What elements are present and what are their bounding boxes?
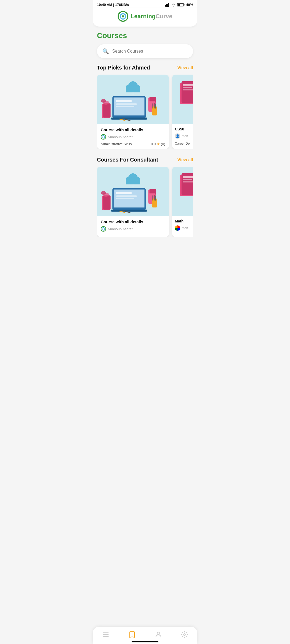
card-title-1: Course with all details — [101, 127, 165, 132]
svg-rect-56 — [103, 195, 111, 210]
peek-illustration-2 — [172, 167, 193, 216]
svg-rect-30 — [155, 104, 156, 108]
peek-illustration-1 — [172, 75, 193, 124]
svg-rect-13 — [111, 118, 147, 120]
search-input[interactable] — [112, 49, 188, 54]
card-image-1 — [97, 75, 169, 124]
author-logo-2 — [101, 226, 106, 232]
card-category-1: Administrative Skills — [101, 142, 132, 146]
svg-point-68 — [101, 226, 106, 231]
author-name-peek-1: moh — [182, 134, 188, 138]
card-rating-1: 0.0 ★ (0) — [151, 142, 165, 146]
course-card-peek-2[interactable]: Math moh — [172, 167, 193, 237]
svg-rect-62 — [154, 195, 155, 200]
logo: LearningCurve — [118, 11, 172, 22]
app-header: LearningCurve — [93, 8, 197, 27]
course-card-2[interactable]: Course with all details Abanoub Ashraf — [97, 167, 169, 237]
svg-rect-20 — [126, 88, 140, 92]
search-bar[interactable]: 🔍 — [97, 44, 193, 58]
author-avatar-peek-2 — [175, 225, 180, 231]
logo-text: LearningCurve — [130, 13, 172, 20]
svg-rect-48 — [116, 195, 137, 197]
svg-rect-73 — [183, 176, 193, 178]
section-header-top-picks: Top Picks for Ahmed View all — [97, 65, 193, 71]
svg-point-36 — [102, 136, 105, 138]
section-title-consultant: Courses For Consultant — [97, 157, 158, 163]
rating-value-1: 0.0 — [151, 142, 156, 146]
course-illustration-1 — [97, 75, 169, 124]
main-content: Courses 🔍 Top Picks for Ahmed View all — [93, 27, 197, 237]
card-body-1: Course with all details Abanoub Ashraf A… — [97, 124, 169, 149]
svg-point-32 — [101, 99, 106, 103]
wifi-icon — [171, 3, 176, 7]
svg-rect-23 — [103, 103, 111, 118]
section-top-picks: Top Picks for Ahmed View all — [97, 65, 193, 149]
course-card-peek-1[interactable]: CS50 👤 moh Career De — [172, 75, 193, 149]
svg-rect-42 — [183, 89, 193, 90]
status-icons: 40% — [165, 3, 193, 7]
card-body-peek-2: Math moh — [172, 216, 193, 236]
card-title-peek-1: CS50 — [175, 127, 193, 131]
author-name-1: Abanoub Ashraf — [108, 135, 133, 139]
battery-icon — [177, 3, 185, 7]
author-logo-1 — [101, 134, 106, 140]
svg-point-69 — [102, 228, 105, 230]
card-image-2 — [97, 167, 169, 216]
card-image-peek-1 — [172, 75, 193, 124]
author-name-2: Abanoub Ashraf — [108, 227, 133, 231]
card-author-2: Abanoub Ashraf — [101, 226, 165, 232]
author-avatar-peek-1: 👤 — [175, 133, 180, 139]
card-author-peek-2: moh — [175, 225, 193, 231]
svg-rect-14 — [116, 100, 132, 102]
section-consultant: Courses For Consultant View all — [97, 157, 193, 237]
svg-rect-49 — [116, 198, 134, 199]
svg-rect-3 — [168, 3, 169, 7]
logo-icon — [118, 11, 128, 22]
battery-percent: 40% — [186, 3, 193, 7]
card-body-peek-1: CS50 👤 moh Career De — [172, 124, 193, 148]
author-name-peek-2: moh — [182, 226, 188, 230]
star-icon-1: ★ — [157, 142, 160, 146]
svg-point-65 — [101, 191, 106, 195]
svg-rect-0 — [165, 5, 166, 7]
card-image-peek-2 — [172, 167, 193, 216]
rating-count-1: (0) — [161, 142, 165, 146]
view-all-consultant[interactable]: View all — [177, 158, 193, 162]
svg-rect-5 — [184, 4, 184, 5]
card-author-1: Abanoub Ashraf — [101, 134, 165, 140]
search-icon: 🔍 — [102, 48, 109, 54]
course-card-1[interactable]: Course with all details Abanoub Ashraf A… — [97, 75, 169, 149]
svg-rect-61 — [153, 195, 153, 200]
svg-rect-74 — [183, 179, 192, 180]
section-header-consultant: Courses For Consultant View all — [97, 157, 193, 163]
svg-rect-28 — [153, 103, 153, 108]
svg-rect-1 — [166, 4, 167, 7]
svg-point-9 — [122, 15, 124, 17]
svg-rect-29 — [154, 103, 155, 108]
view-all-top-picks[interactable]: View all — [177, 65, 193, 70]
consultant-cards-row: Course with all details Abanoub Ashraf — [97, 167, 193, 237]
card-body-2: Course with all details Abanoub Ashraf — [97, 216, 169, 237]
status-time: 10:49 AM | 176KB/s — [97, 3, 129, 7]
svg-rect-40 — [183, 84, 193, 86]
svg-rect-47 — [116, 192, 132, 194]
svg-rect-15 — [116, 103, 137, 105]
page-title: Courses — [97, 31, 193, 40]
signal-icon — [165, 3, 170, 7]
card-author-peek-1: 👤 moh — [175, 133, 193, 139]
section-title-top-picks: Top Picks for Ahmed — [97, 65, 150, 71]
card-title-2: Course with all details — [101, 219, 165, 224]
svg-rect-6 — [177, 4, 180, 6]
svg-rect-63 — [155, 196, 156, 200]
svg-point-35 — [101, 134, 106, 139]
card-title-peek-2: Math — [175, 219, 193, 223]
svg-rect-2 — [167, 4, 168, 7]
card-footer-1: Administrative Skills 0.0 ★ (0) — [101, 142, 165, 146]
card-category-peek-1: Career De — [175, 142, 190, 145]
svg-rect-16 — [116, 106, 134, 107]
svg-rect-46 — [111, 210, 147, 212]
card-footer-peek-1: Career De — [175, 141, 193, 146]
svg-rect-41 — [183, 87, 192, 88]
svg-rect-75 — [183, 181, 193, 182]
top-picks-cards-row: Course with all details Abanoub Ashraf A… — [97, 75, 193, 149]
